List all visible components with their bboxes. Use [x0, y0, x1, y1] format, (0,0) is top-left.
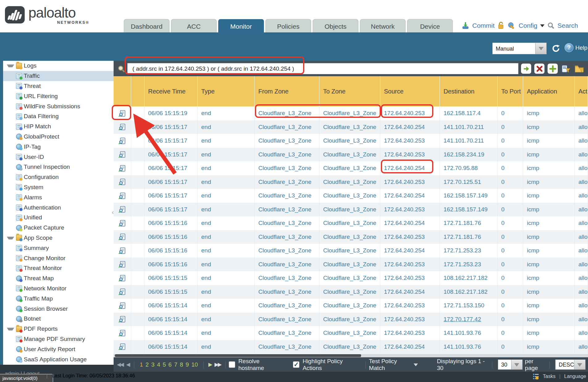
- table-row[interactable]: 06/06 15:15:14 end Cloudflare_L3_Zone Cl…: [114, 313, 588, 326]
- application-cell[interactable]: icmp: [523, 271, 575, 285]
- table-row[interactable]: 06/06 15:15:16 end Cloudflare_L3_Zone Cl…: [114, 258, 588, 272]
- from-zone-cell[interactable]: Cloudflare_L3_Zone: [255, 326, 319, 340]
- type-cell[interactable]: end: [198, 106, 255, 120]
- page-number[interactable]: 3: [151, 361, 155, 368]
- source-cell[interactable]: 172.64.240.253: [380, 271, 440, 285]
- application-cell[interactable]: icmp: [523, 285, 575, 299]
- type-cell[interactable]: end: [198, 244, 255, 258]
- column-header[interactable]: [131, 76, 144, 106]
- application-cell[interactable]: icmp: [523, 148, 575, 162]
- action-cell[interactable]: allow: [575, 313, 588, 326]
- config-menu[interactable]: Config: [519, 22, 537, 29]
- destination-cell[interactable]: 172.71.253.23: [440, 244, 498, 258]
- to-zone-cell[interactable]: Cloudflare_L3_Zone: [319, 203, 380, 217]
- sidebar-item[interactable]: WildFire Submissions: [3, 101, 114, 111]
- to-zone-cell[interactable]: Cloudflare_L3_Zone: [319, 244, 380, 258]
- table-row[interactable]: 06/06 15:15:17 end Cloudflare_L3_Zone Cl…: [114, 175, 588, 189]
- destination-cell[interactable]: 172.70.95.88: [440, 161, 498, 175]
- sidebar-item[interactable]: IP-Tag: [3, 142, 114, 152]
- log-detail-magnifier-icon[interactable]: [119, 151, 126, 158]
- lock-icon[interactable]: [497, 22, 505, 30]
- type-cell[interactable]: end: [198, 148, 255, 162]
- to-zone-cell[interactable]: Cloudflare_L3_Zone: [319, 161, 380, 175]
- to-zone-cell[interactable]: Cloudflare_L3_Zone: [319, 216, 380, 230]
- from-zone-cell[interactable]: Cloudflare_L3_Zone: [255, 340, 319, 354]
- action-cell[interactable]: allow: [575, 230, 588, 244]
- to-zone-cell[interactable]: Cloudflare_L3_Zone: [319, 326, 380, 340]
- source-cell[interactable]: 172.64.240.253: [380, 106, 440, 120]
- nav-tab[interactable]: Monitor: [218, 19, 264, 32]
- table-row[interactable]: 06/06 15:15:15 end Cloudflare_L3_Zone Cl…: [114, 285, 588, 299]
- sidebar-item[interactable]: User-ID: [3, 152, 114, 162]
- to-port-cell[interactable]: 0: [498, 161, 523, 175]
- table-row[interactable]: 06/06 15:15:17 end Cloudflare_L3_Zone Cl…: [114, 203, 588, 217]
- type-cell[interactable]: end: [198, 258, 255, 272]
- type-cell[interactable]: end: [198, 326, 255, 340]
- log-detail-magnifier-icon[interactable]: [119, 289, 126, 295]
- table-row[interactable]: 06/06 15:15:16 end Cloudflare_L3_Zone Cl…: [114, 230, 588, 244]
- source-cell[interactable]: 172.64.240.253: [380, 148, 440, 162]
- log-detail-cell[interactable]: [114, 258, 131, 272]
- column-header[interactable]: From Zone: [255, 76, 319, 106]
- saved-filters-folder-icon[interactable]: [574, 64, 584, 74]
- destination-cell[interactable]: 141.101.93.76: [440, 340, 498, 354]
- to-port-cell[interactable]: 0: [498, 189, 523, 203]
- sidebar-item[interactable]: Threat: [3, 81, 114, 91]
- log-detail-magnifier-icon[interactable]: [119, 206, 126, 213]
- from-zone-cell[interactable]: Cloudflare_L3_Zone: [255, 230, 319, 244]
- table-row[interactable]: 06/06 15:15:17 end Cloudflare_L3_Zone Cl…: [114, 134, 588, 148]
- type-cell[interactable]: end: [198, 299, 255, 313]
- destination-cell[interactable]: 172.71.181.76: [440, 216, 498, 230]
- from-zone-cell[interactable]: Cloudflare_L3_Zone: [255, 189, 319, 203]
- source-cell[interactable]: 172.64.240.253: [380, 175, 440, 189]
- sidebar-item[interactable]: App Scope: [3, 233, 114, 243]
- to-zone-cell[interactable]: Cloudflare_L3_Zone: [319, 258, 380, 272]
- log-filter-input[interactable]: ( addr.src in 172.64.240.253 ) or ( addr…: [127, 63, 519, 74]
- destination-cell[interactable]: 172.71.253.23: [440, 258, 498, 272]
- log-detail-cell[interactable]: [114, 134, 131, 148]
- source-cell[interactable]: 172.64.240.254: [380, 244, 440, 258]
- to-zone-cell[interactable]: Cloudflare_L3_Zone: [319, 340, 380, 354]
- log-detail-cell[interactable]: [114, 299, 131, 313]
- application-cell[interactable]: icmp: [523, 340, 575, 354]
- log-detail-cell[interactable]: [114, 313, 131, 326]
- from-zone-cell[interactable]: Cloudflare_L3_Zone: [255, 244, 319, 258]
- table-row[interactable]: 06/06 15:15:14 end Cloudflare_L3_Zone Cl…: [114, 340, 588, 354]
- expand-triangle-icon[interactable]: [7, 237, 14, 241]
- source-cell[interactable]: 172.64.240.253: [380, 326, 440, 340]
- log-detail-cell[interactable]: [114, 271, 131, 285]
- action-cell[interactable]: allow: [575, 120, 588, 134]
- sidebar-item[interactable]: Manage PDF Summary: [3, 334, 114, 344]
- table-row[interactable]: 06/06 15:15:16 end Cloudflare_L3_Zone Cl…: [114, 216, 588, 230]
- source-cell[interactable]: 172.64.240.254: [380, 340, 440, 354]
- from-zone-cell[interactable]: Cloudflare_L3_Zone: [255, 175, 319, 189]
- column-header[interactable]: [114, 76, 131, 106]
- log-detail-magnifier-icon[interactable]: [119, 330, 126, 336]
- table-row[interactable]: 06/06 15:15:17 end Cloudflare_L3_Zone Cl…: [114, 189, 588, 203]
- clear-filter-button[interactable]: [534, 64, 544, 74]
- source-cell[interactable]: 172.64.240.253: [380, 203, 440, 217]
- type-cell[interactable]: end: [198, 120, 255, 134]
- tasks-link[interactable]: Tasks: [543, 374, 556, 379]
- page-number[interactable]: 9: [186, 361, 189, 368]
- to-port-cell[interactable]: 0: [498, 134, 523, 148]
- destination-cell[interactable]: 141.101.93.76: [440, 326, 498, 340]
- sidebar-item[interactable]: Threat Map: [3, 273, 114, 284]
- log-detail-magnifier-icon[interactable]: [119, 220, 126, 226]
- type-cell[interactable]: end: [198, 134, 255, 148]
- log-detail-cell[interactable]: [114, 175, 131, 189]
- from-zone-cell[interactable]: Cloudflare_L3_Zone: [255, 216, 319, 230]
- from-zone-cell[interactable]: Cloudflare_L3_Zone: [255, 120, 319, 134]
- sidebar-item[interactable]: Traffic: [3, 71, 114, 81]
- log-detail-magnifier-icon[interactable]: [119, 138, 126, 144]
- add-filter-button[interactable]: [548, 64, 558, 74]
- sort-order-caret-icon[interactable]: [574, 359, 586, 370]
- type-cell[interactable]: end: [198, 285, 255, 299]
- table-row[interactable]: 06/06 15:15:14 end Cloudflare_L3_Zone Cl…: [114, 299, 588, 313]
- sidebar-item[interactable]: Packet Capture: [3, 223, 114, 233]
- action-cell[interactable]: allow: [575, 161, 588, 175]
- log-detail-magnifier-icon[interactable]: [119, 316, 126, 322]
- page-number[interactable]: 7: [174, 361, 177, 368]
- from-zone-cell[interactable]: Cloudflare_L3_Zone: [255, 285, 319, 299]
- help-link[interactable]: ? Help: [565, 43, 587, 52]
